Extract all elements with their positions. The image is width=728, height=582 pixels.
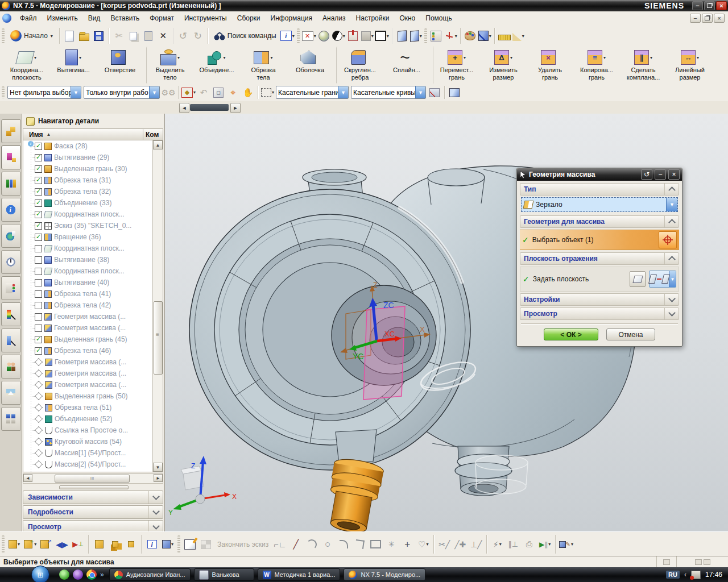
feature-toolbar-button[interactable]: ▾ Выделить тело bbox=[146, 47, 193, 84]
feature-tree-row[interactable]: i Геометрия массива (... bbox=[23, 311, 154, 322]
feature-toolbar-button[interactable]: ▾ Координа... плоскость bbox=[3, 47, 50, 84]
copy-button[interactable] bbox=[127, 29, 140, 43]
feature-tree-row[interactable]: i Объединение (33) bbox=[23, 197, 154, 209]
tab-scenario-navigator[interactable] bbox=[1, 381, 20, 405]
feature-tree-row[interactable]: i Обрезка тела (32) bbox=[23, 186, 154, 197]
part-info-button[interactable]: i▾ bbox=[280, 29, 295, 43]
feature-toolbar-button[interactable]: ▾ Сделать комплана... bbox=[620, 47, 667, 84]
mdi-restore-button[interactable] bbox=[702, 14, 713, 23]
feature-toolbar-button[interactable]: ▾ Скруглен... ребра bbox=[336, 47, 383, 84]
save-button[interactable] bbox=[92, 29, 106, 43]
taskbar-task-button[interactable]: Методичка 1 вариа... bbox=[258, 568, 341, 581]
feature-toolbar-button[interactable]: ▾ Линейный размер bbox=[667, 47, 713, 84]
feature-checkbox[interactable] bbox=[35, 302, 42, 309]
section-expand-button[interactable] bbox=[148, 506, 163, 518]
scroll-right-button[interactable]: ► bbox=[230, 103, 241, 113]
section-preview[interactable]: Просмотр bbox=[520, 307, 679, 320]
feature-checkbox[interactable] bbox=[35, 234, 42, 241]
tree-vertical-scrollbar[interactable]: ▲ ▼ bbox=[152, 140, 163, 472]
panel-splitter[interactable] bbox=[22, 484, 164, 489]
language-indicator[interactable]: RU bbox=[666, 571, 680, 579]
dialog-title-bar[interactable]: Геометрия массива ↺ − × bbox=[517, 168, 682, 181]
mirror-body-button[interactable]: ◀▶ bbox=[55, 537, 69, 552]
polyline-tool-button[interactable]: ✳ bbox=[384, 537, 399, 552]
feature-tree-row[interactable]: i Вытягивание (40) bbox=[23, 277, 154, 288]
offset-curve-button[interactable]: ⎙ bbox=[522, 537, 536, 552]
section-type[interactable]: Тип bbox=[520, 183, 679, 196]
quicklaunch-chrome-icon[interactable] bbox=[86, 569, 97, 580]
render-style-button[interactable]: ▾ bbox=[332, 29, 345, 43]
specify-plane-row[interactable]: ✓ Задать плоскость ▼ bbox=[520, 267, 679, 292]
toolbar-grip[interactable] bbox=[2, 86, 5, 99]
plane-dialog-button[interactable] bbox=[630, 271, 646, 287]
stop-at-intersection-button[interactable] bbox=[428, 86, 441, 99]
section-collapse-button[interactable] bbox=[664, 216, 679, 227]
column-name[interactable]: Имя bbox=[23, 131, 43, 139]
tray-expand-chevron[interactable]: ‹ bbox=[684, 571, 686, 579]
feature-checkbox[interactable] bbox=[35, 177, 42, 184]
studio-spline-button[interactable]: ♡▾ bbox=[416, 537, 431, 552]
wireframe-button[interactable] bbox=[346, 29, 360, 43]
navigator-column-header[interactable]: Имя ▲ Ком bbox=[23, 128, 163, 140]
tab-wizards[interactable] bbox=[1, 329, 20, 352]
mdi-close-button[interactable]: × bbox=[714, 14, 725, 23]
show-hide-button[interactable]: ✕▾ bbox=[302, 29, 316, 43]
delete-button[interactable]: ✕ bbox=[156, 29, 170, 43]
perpendicular-constraint-button[interactable]: ∥⊥ bbox=[506, 537, 520, 552]
menu-item[interactable]: Формат bbox=[144, 13, 179, 24]
feature-checkbox[interactable] bbox=[35, 449, 43, 457]
feature-tree-row[interactable]: i Обрезка тела (42) bbox=[23, 300, 154, 311]
dropdown-button[interactable]: ▼ bbox=[415, 86, 425, 98]
tab-assembly-navigator[interactable] bbox=[1, 119, 20, 143]
feature-tree-row[interactable]: i Обрезка тела (31) bbox=[23, 174, 154, 186]
dialog-reset-button[interactable]: ↺ bbox=[641, 169, 652, 180]
quickpick-button[interactable]: ◻ bbox=[212, 86, 225, 99]
menu-item[interactable]: Окно bbox=[394, 13, 420, 24]
taskbar-clock[interactable]: 17:46 bbox=[705, 571, 722, 579]
scroll-thumb[interactable] bbox=[154, 301, 163, 375]
section-geometry[interactable]: Геометрия для массива bbox=[520, 215, 679, 228]
view-orient-button[interactable]: ▾ bbox=[361, 29, 374, 43]
tab-history[interactable] bbox=[1, 250, 20, 274]
menu-item[interactable]: Файл bbox=[15, 13, 42, 24]
feature-toolbar-button[interactable]: ▾ Отверстие bbox=[97, 47, 143, 84]
toolbar-grip[interactable] bbox=[424, 28, 427, 44]
profile-tool-button[interactable]: ⌐∟ bbox=[272, 537, 287, 552]
scroll-up-button[interactable]: ▲ bbox=[153, 140, 163, 149]
window-cascade-button[interactable]: ▾ bbox=[410, 29, 422, 43]
dropdown-arrow[interactable]: ▾ bbox=[177, 55, 180, 60]
deselect-button[interactable]: ↶ bbox=[197, 86, 210, 99]
feature-checkbox[interactable] bbox=[35, 381, 43, 389]
dropdown-arrow[interactable]: ▾ bbox=[223, 55, 225, 60]
tab-roles[interactable] bbox=[1, 355, 20, 379]
chamfer-tool-button[interactable] bbox=[352, 537, 367, 552]
feature-tree-row[interactable]: i Вытягивание (38) bbox=[23, 254, 154, 265]
arc-tool-button[interactable] bbox=[304, 537, 319, 552]
feature-toolbar-button[interactable]: ▾ Объедине... bbox=[193, 47, 240, 84]
type-dropdown[interactable]: Зеркало ▼ bbox=[521, 197, 678, 212]
circle-tool-button[interactable]: ○ bbox=[320, 537, 335, 552]
section-mirror-plane[interactable]: Плоскость отражения bbox=[520, 252, 679, 265]
ok-button[interactable]: < ОК > bbox=[544, 329, 598, 340]
quick-trim-button[interactable]: ✂╱ bbox=[437, 537, 452, 552]
feature-checkbox[interactable] bbox=[35, 347, 42, 355]
line-tool-button[interactable]: ╱ bbox=[288, 537, 303, 552]
scroll-right-button[interactable]: ► bbox=[154, 474, 163, 482]
toolbar-grip[interactable] bbox=[177, 535, 180, 552]
close-button[interactable]: × bbox=[716, 1, 727, 10]
feature-tree-row[interactable]: i Геометрия массива (... bbox=[23, 356, 154, 368]
measure-distance-button[interactable] bbox=[498, 29, 511, 43]
minimize-button[interactable]: − bbox=[692, 1, 703, 10]
plane-method-button[interactable]: ▼ bbox=[649, 271, 676, 288]
mdi-minimize-button[interactable]: − bbox=[690, 14, 701, 23]
snap-point-button[interactable]: ◆▾ bbox=[181, 86, 196, 99]
fillet-tool-button[interactable] bbox=[336, 537, 351, 552]
dialog-close-button[interactable]: × bbox=[668, 169, 680, 180]
scroll-left-button[interactable]: ◄ bbox=[23, 474, 32, 482]
feature-tree-row[interactable]: i Круговой массив (54) bbox=[23, 436, 154, 447]
feature-tree-row[interactable]: i Обрезка тела (41) bbox=[23, 288, 154, 300]
part-tree-info-button[interactable]: i bbox=[144, 537, 159, 552]
tab-system-materials[interactable] bbox=[1, 276, 20, 300]
add-body-button[interactable]: +▾ bbox=[23, 537, 38, 552]
feature-checkbox[interactable] bbox=[35, 426, 43, 434]
